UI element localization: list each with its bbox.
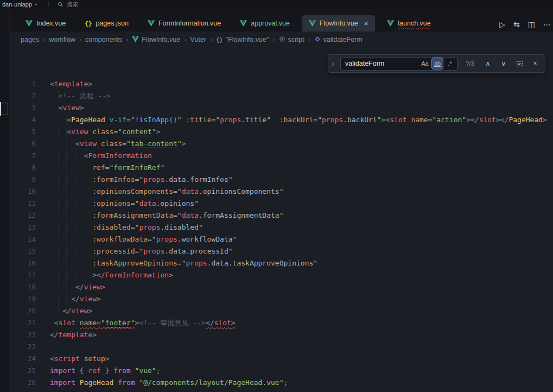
code-line: 13 :disabled="props.disabled" [10, 222, 553, 233]
code-line: 24<script setup> [10, 353, 553, 365]
find-in-selection-button[interactable] [514, 60, 525, 68]
search-label: 搜索 [67, 1, 79, 9]
line-number: 24 [10, 353, 36, 365]
code-editor[interactable]: 1<template>2 <!-- 流程 -->3 <view>4 <PageH… [10, 48, 553, 389]
line-content: <script setup> [36, 353, 110, 365]
tab-Index.vue[interactable]: Index.vue [18, 15, 73, 31]
line-number: 12 [10, 210, 36, 222]
breadcrumb-item-validateForm[interactable]: validateForm [314, 36, 363, 44]
vue-file-icon [148, 20, 155, 27]
tab-label: FlowInfo.vue [320, 20, 358, 27]
split-editor-icon[interactable]: ◫ [528, 20, 535, 29]
project-menu[interactable]: dan-uniapp › [2, 1, 37, 8]
line-number: 9 [10, 174, 36, 186]
find-in-selection-icon [516, 60, 524, 68]
tab-FlowInfo.vue[interactable]: FlowInfo.vue× [302, 15, 375, 31]
breadcrumb-item-FlowInfovue[interactable]: FlowInfo.vue [132, 36, 180, 44]
line-content: <view> [36, 102, 84, 114]
line-content: :formAssignmentData="data.formAssignment… [36, 210, 284, 222]
editor[interactable]: 1<template>2 <!-- 流程 -->3 <view>4 <PageH… [10, 48, 553, 392]
breadcrumb-item-pages[interactable]: pages [21, 36, 39, 43]
vue-file-icon [309, 20, 316, 27]
tab-pages.json[interactable]: {}pages.json [78, 15, 136, 31]
activity-icon[interactable] [2, 103, 8, 115]
line-number: 21 [10, 317, 36, 329]
code-line: 12 :formAssignmentData="data.formAssignm… [10, 210, 553, 222]
tab-strip: Index.vue{}pages.jsonFormInformation.vue… [10, 9, 553, 31]
code-line: 23 [10, 341, 553, 353]
whole-word-button[interactable]: ab [432, 58, 443, 69]
tab-approval.vue[interactable]: approval.vue [233, 15, 297, 31]
code-line: 6 <view class="tab-content"> [10, 138, 553, 150]
open-changes-icon[interactable]: ⇆ [513, 20, 520, 29]
more-actions-icon[interactable]: ⋯ [543, 20, 551, 29]
script-icon [279, 36, 285, 44]
breadcrumb-item-Vuter[interactable]: Vuter [190, 36, 206, 43]
line-number: 1 [10, 78, 36, 90]
vue-file-icon [26, 20, 33, 27]
breadcrumb-separator: › [126, 36, 128, 43]
breadcrumb-item-script[interactable]: script [279, 36, 304, 44]
line-number: 15 [10, 245, 36, 257]
find-next-button[interactable]: ∨ [498, 60, 509, 67]
code-line: 18 </view> [10, 281, 553, 293]
activity-bar[interactable] [0, 9, 10, 392]
line-number: 17 [10, 269, 36, 281]
line-content: <view class="tab-content"> [36, 138, 186, 150]
tab-label: approval.vue [251, 20, 290, 27]
project-name: dan-uniapp [2, 1, 32, 8]
breadcrumb-label: "FlowInfo.vue" [226, 36, 269, 43]
braces-icon: {} [216, 36, 223, 43]
tab-FormInformation.vue[interactable]: FormInformation.vue [141, 15, 228, 31]
line-number: 25 [10, 365, 36, 377]
breadcrumb-separator: › [79, 36, 81, 43]
code-line: 14 :workflowData="props.workflowData" [10, 233, 553, 245]
line-number: 16 [10, 257, 36, 269]
find-previous-button[interactable]: ∧ [482, 60, 493, 67]
line-content: import PageHead from "@/components/layou… [36, 377, 288, 389]
breadcrumb-item-workflow[interactable]: workflow [49, 36, 75, 43]
line-content: <!-- 流程 --> [36, 90, 111, 102]
breadcrumb-separator: › [308, 36, 310, 43]
code-line: 2 <!-- 流程 --> [10, 90, 553, 102]
code-line: 7 <FormInformation [10, 150, 553, 162]
match-case-button[interactable]: Aa [419, 58, 430, 69]
editor-actions: ▷⇆◫⋯ [499, 20, 552, 29]
line-number: 6 [10, 138, 36, 150]
active-item-indicator [0, 102, 1, 116]
line-content: <PageHead v-if="!isInApp()" :title="prop… [36, 114, 547, 126]
line-number: 23 [10, 341, 36, 353]
search-icon [58, 2, 63, 8]
global-search-button[interactable]: 搜索 [58, 1, 79, 9]
code-line: 17 ></FormInformation> [10, 269, 553, 281]
line-content: </template> [36, 329, 97, 341]
breadcrumb-item-FlowInfovue[interactable]: {}"FlowInfo.vue" [216, 36, 269, 43]
regex-button[interactable]: .* [444, 58, 455, 69]
vue-file-icon [387, 20, 394, 27]
line-content: <slot name="footer"><!-- 审批意见 --></slot> [36, 317, 236, 329]
json-file-icon: {} [85, 20, 92, 27]
toggle-replace-icon[interactable]: › [330, 59, 335, 68]
code-line: 10 :opinionsComponents="data.opinionsCom… [10, 186, 553, 198]
line-content: :opinions="data.opinions" [36, 198, 199, 210]
code-line: 22</template> [10, 329, 553, 341]
line-number: 19 [10, 293, 36, 305]
workbench: Index.vue{}pages.jsonFormInformation.vue… [0, 9, 553, 392]
code-line: 20 </view> [10, 305, 553, 317]
breadcrumb-item-components[interactable]: components [85, 36, 122, 43]
code-line: 9 :formInfos="props.data.formInfos" [10, 174, 553, 186]
line-content: :processId="props.data.processId" [36, 245, 233, 257]
line-content [36, 341, 50, 353]
tab-label: Index.vue [36, 20, 66, 27]
tab-launch.vue[interactable]: launch.vue [380, 15, 437, 31]
close-tab-icon[interactable]: × [364, 20, 368, 28]
line-content: :workflowData="props.workflowData" [36, 233, 237, 245]
tab-label: pages.json [96, 20, 128, 27]
breadcrumb-separator: › [43, 36, 45, 43]
close-find-icon[interactable]: × [530, 60, 541, 67]
run-icon[interactable]: ▷ [499, 20, 505, 29]
find-input[interactable] [345, 60, 418, 67]
line-content: :formInfos="props.data.formInfos" [36, 174, 233, 186]
breadcrumb-label: components [85, 36, 122, 43]
breadcrumb-label: script [288, 36, 304, 43]
